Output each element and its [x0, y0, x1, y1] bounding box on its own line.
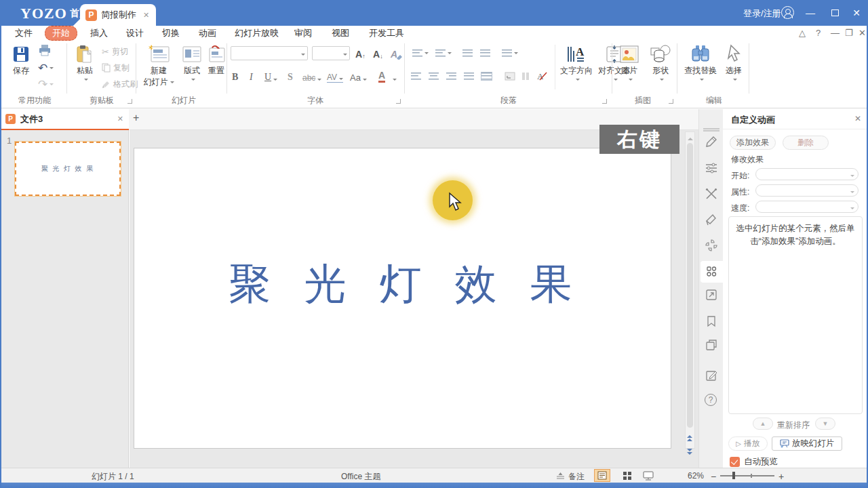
paste-button[interactable]: 粘贴 — [71, 43, 99, 83]
settings-sliders-icon[interactable] — [705, 161, 718, 175]
distribute-button[interactable] — [481, 69, 492, 83]
crossed-tools-icon[interactable] — [705, 187, 718, 201]
find-replace-button[interactable]: 查找替换 — [682, 43, 719, 83]
layout-button[interactable]: 版式 — [180, 43, 203, 83]
chevron-down-icon[interactable] — [576, 79, 580, 83]
font-dialog-launcher[interactable] — [396, 99, 401, 104]
chevron-down-icon[interactable] — [273, 79, 277, 83]
grow-font-button[interactable]: A↑ — [355, 45, 366, 60]
layers-icon[interactable] — [705, 338, 718, 352]
paragraph-dialog-launcher[interactable] — [602, 99, 607, 104]
font-color-caret[interactable] — [391, 68, 397, 83]
chevron-down-icon[interactable] — [339, 78, 343, 82]
doc-close-icon[interactable]: ✕ — [859, 28, 866, 38]
slide-sorter-view-icon[interactable] — [623, 471, 632, 480]
checkbox-checked-icon[interactable] — [730, 457, 740, 467]
chevron-down-icon[interactable] — [514, 52, 518, 56]
doc-minimize-icon[interactable]: — — [831, 28, 840, 38]
ribbon-collapse-icon[interactable]: △ — [799, 28, 806, 38]
menu-review[interactable]: 审阅 — [294, 27, 312, 39]
select-button[interactable]: 选择 — [722, 43, 746, 83]
redo-button[interactable]: ↷ — [38, 77, 54, 91]
numbering-button[interactable] — [435, 46, 452, 60]
menu-slideshow[interactable]: 幻灯片放映 — [235, 27, 279, 39]
chevron-down-icon[interactable] — [363, 79, 367, 83]
pinwheel-icon[interactable] — [705, 239, 718, 252]
zoom-out-button[interactable]: − — [711, 471, 716, 482]
new-slide-button[interactable]: 新建 幻灯片 — [140, 43, 178, 88]
scroll-up-icon[interactable] — [688, 135, 693, 140]
help-icon[interactable]: ? — [816, 28, 821, 38]
menu-home[interactable]: 开始 — [45, 26, 77, 41]
chevron-down-icon[interactable] — [425, 52, 429, 56]
close-icon[interactable]: ✕ — [117, 115, 123, 123]
slide-title-text[interactable]: 聚 光 灯 效 果 — [134, 256, 671, 312]
play-button[interactable]: ▷ 播放 — [728, 436, 768, 451]
justify-button[interactable] — [464, 69, 474, 83]
document-window-tab[interactable]: P 简报制作 ✕ — [80, 4, 156, 26]
paint-tool-icon[interactable] — [705, 213, 718, 226]
new-document-button[interactable]: + — [133, 112, 139, 124]
font-color-button[interactable]: A — [378, 68, 385, 83]
menu-animation[interactable]: 动画 — [199, 27, 216, 39]
strikethrough-button[interactable]: abc — [302, 68, 321, 83]
line-spacing-button[interactable] — [502, 46, 518, 60]
bold-button[interactable]: B — [232, 68, 238, 83]
font-name-combo[interactable] — [231, 46, 308, 60]
menu-file[interactable]: 文件 — [15, 27, 33, 39]
slide-thumbnail[interactable]: 聚 光 灯 效 果 — [15, 142, 121, 196]
chevron-down-icon[interactable] — [191, 79, 195, 83]
user-avatar-icon[interactable] — [781, 6, 794, 19]
slideshow-view-icon[interactable] — [643, 471, 654, 481]
shadow-button[interactable]: S — [288, 68, 293, 83]
align-left-button[interactable] — [411, 69, 421, 83]
font-size-combo[interactable] — [312, 46, 350, 60]
chevron-down-icon[interactable] — [84, 79, 88, 83]
menu-view[interactable]: 视图 — [332, 27, 349, 39]
chevron-down-icon[interactable] — [50, 67, 54, 71]
reorder-down-button[interactable]: ▼ — [815, 418, 835, 430]
pen-tool-icon[interactable] — [705, 135, 718, 148]
normal-view-icon[interactable] — [597, 471, 607, 480]
menu-insert[interactable]: 插入 — [90, 27, 108, 39]
window-close-button[interactable]: ✕ — [846, 0, 867, 26]
help-circle-icon[interactable]: ? — [705, 394, 717, 406]
delete-effect-button[interactable]: 删除 — [783, 136, 829, 150]
login-register-link[interactable]: 登录/注册 — [743, 7, 781, 20]
speed-dropdown[interactable] — [755, 201, 859, 213]
scrollbar-thumb[interactable] — [687, 143, 693, 428]
zoom-in-button[interactable]: + — [778, 471, 784, 482]
chevron-down-icon[interactable] — [170, 81, 174, 85]
notes-toggle-icon[interactable] — [556, 472, 565, 480]
decrease-indent-button[interactable] — [462, 46, 473, 60]
menu-developer[interactable]: 开发工具 — [369, 27, 404, 39]
align-right-button[interactable] — [446, 69, 456, 83]
change-case-button[interactable]: Aa — [350, 68, 367, 83]
print-button[interactable] — [38, 43, 52, 57]
reset-button[interactable]: 重置 — [205, 43, 228, 77]
chevron-down-icon[interactable] — [343, 54, 347, 58]
export-image-icon[interactable] — [705, 288, 718, 302]
zoom-slider[interactable] — [720, 475, 774, 476]
property-dropdown[interactable] — [755, 184, 859, 197]
slide-editing-surface[interactable]: 聚 光 灯 效 果 — [134, 148, 671, 449]
menu-transition[interactable]: 切换 — [162, 27, 180, 39]
edit-note-icon[interactable] — [705, 369, 718, 382]
start-dropdown[interactable] — [755, 168, 859, 180]
bullets-button[interactable] — [412, 46, 429, 60]
window-minimize-button[interactable]: — — [800, 0, 821, 26]
next-slide-button[interactable] — [687, 449, 692, 454]
theme-name[interactable]: Office 主题 — [341, 471, 380, 483]
autofit-button[interactable]: A — [537, 69, 548, 83]
chevron-down-icon[interactable] — [733, 79, 737, 83]
auto-preview-option[interactable]: 自动预览 — [730, 456, 778, 468]
picture-button[interactable]: 图片 — [616, 43, 643, 83]
chevron-down-icon[interactable] — [700, 79, 704, 83]
chevron-down-icon[interactable] — [629, 79, 633, 83]
shape-button[interactable]: 形状 — [647, 43, 674, 83]
increase-indent-button[interactable] — [480, 46, 490, 60]
previous-slide-button[interactable] — [687, 436, 692, 442]
chevron-down-icon[interactable] — [448, 52, 452, 56]
chevron-down-icon[interactable] — [317, 79, 321, 83]
slideshow-button[interactable]: 放映幻灯片 — [772, 436, 842, 451]
